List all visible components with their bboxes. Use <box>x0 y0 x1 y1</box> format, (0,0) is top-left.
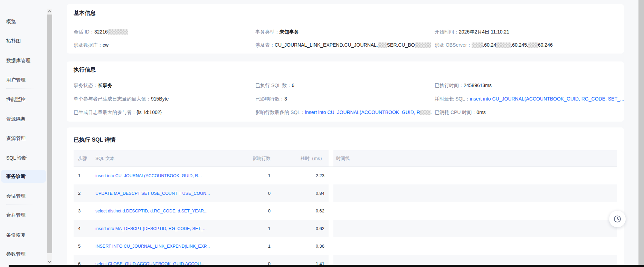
elapsed-time-field: 已执行时间：24589613ms <box>435 82 492 89</box>
bottom-edge-bar <box>9 265 644 267</box>
sidebar-item-merge-mgmt[interactable]: 合并管理 <box>6 211 26 218</box>
transaction-state-field: 事务状态：长事务 <box>74 82 112 89</box>
sidebar-item-parameter-mgmt[interactable]: 参数管理 <box>6 250 26 257</box>
affected-rows-cell: 1 <box>242 167 280 184</box>
basic-info-title: 基本信息 <box>74 10 96 17</box>
affected-rows-cell: 0 <box>242 202 280 220</box>
sql-table-header: 步骤 SQL 文本 影响行数 耗时（ms） 时间线 <box>74 150 617 167</box>
sidebar-item-resource-mgmt[interactable]: 资源管理 <box>6 135 26 142</box>
scroll-down-icon[interactable] <box>48 260 51 263</box>
col-header-sql-text: SQL 文本 <box>90 150 242 166</box>
sql-text-link[interactable]: select distinct d.DESCPTID, d.RG_CODE, d… <box>95 209 207 213</box>
longest-sql-field: 耗时最长 SQL：insert into CU_JOURNAL(ACCOUNTB… <box>435 95 624 102</box>
sql-text-link[interactable]: insert into MA_DESCPT (DESCPTID, RG_CODE… <box>95 226 207 231</box>
sql-text-link[interactable]: insert into CU_JOURNAL(ACCOUNTBOOK_GUID,… <box>95 173 202 178</box>
affected-rows-cell: 1 <box>242 237 280 255</box>
elapsed-cell: 0.62 <box>280 202 329 220</box>
sql-text-link[interactable]: INSERT INTO CU_JOURNAL_LINK_EXPEND(LINK_… <box>95 244 210 249</box>
basic-info-row-2: 涉及数据库：cw 涉及表：CU_JOURNAL_LINK_EXPEND,CU_J… <box>74 41 617 48</box>
execution-info-row-2: 单个参与者已生成日志量的最大值：915Byte 已影响行数：3 耗时最长 SQL… <box>74 95 617 102</box>
most-affected-sql-link[interactable]: insert into CU_JOURNAL(ACCOUNTBOOK_GUID,… <box>305 109 420 115</box>
table-row: 1 insert into CU_JOURNAL(ACCOUNTBOOK_GUI… <box>74 167 617 184</box>
sidebar-item-resource-isolation[interactable]: 资源隔离 <box>6 115 26 122</box>
sidebar-item-session-mgmt[interactable]: 会话管理 <box>6 192 26 199</box>
max-log-participant-field: 已生成日志量最大的参与者：{ls_id:1002} <box>74 109 162 116</box>
table-row: 5 INSERT INTO CU_JOURNAL_LINK_EXPEND(LIN… <box>74 237 617 255</box>
timeline-cell <box>333 220 617 237</box>
elapsed-cell: 0.84 <box>280 184 329 202</box>
timeline-cell <box>333 184 617 202</box>
sidebar: 概览 拓扑图 数据库管理 用户管理 性能监控 资源隔离 资源管理 SQL 诊断 … <box>0 0 47 267</box>
sidebar-divider <box>6 88 34 89</box>
sidebar-item-user-mgmt[interactable]: 用户管理 <box>6 76 26 83</box>
sidebar-item-database-mgmt[interactable]: 数据库管理 <box>6 57 30 64</box>
session-id-field: 会话 ID：32216 <box>74 28 128 35</box>
clock-icon <box>613 215 622 223</box>
history-clock-button[interactable] <box>609 211 626 227</box>
redacted-block <box>415 42 431 48</box>
step-cell: 2 <box>74 184 90 202</box>
col-gap <box>329 220 333 237</box>
table-row: 4 insert into MA_DESCPT (DESCPTID, RG_CO… <box>74 220 617 237</box>
max-log-size-field: 单个参与者已生成日志量的最大值：915Byte <box>74 95 169 102</box>
longest-sql-link[interactable]: insert into CU_JOURNAL(ACCOUNTBOOK_GUID,… <box>470 96 624 102</box>
step-cell: 1 <box>74 167 90 184</box>
elapsed-cell: 2.23 <box>280 167 329 184</box>
start-time-field: 开始时间：2026年2月4日 11:10:21 <box>435 28 509 35</box>
sql-text-link[interactable]: UPDATE MA_DESCPT SET USE_COUNT = USE_COU… <box>95 191 210 196</box>
col-gap <box>329 202 333 220</box>
step-cell: 5 <box>74 237 90 255</box>
involved-observer-field: 涉及 OBServer：.60.24.60.245,60.246 <box>435 41 553 48</box>
step-cell: 3 <box>74 202 90 220</box>
execution-info-title: 执行信息 <box>74 66 96 74</box>
col-header-timeline: 时间线 <box>333 150 617 166</box>
window-scrollbar[interactable] <box>638 0 644 267</box>
col-header-affected: 影响行数 <box>242 150 280 166</box>
timeline-cell <box>333 237 617 255</box>
executed-sql-detail-card: 已执行 SQL 详情 步骤 SQL 文本 影响行数 耗时（ms） 时间线 1 i… <box>67 127 624 267</box>
redacted-block <box>378 42 387 48</box>
col-gap <box>329 167 333 184</box>
redacted-block <box>108 29 128 35</box>
scrollbar-thumb[interactable] <box>47 15 52 253</box>
col-gap <box>329 237 333 255</box>
sidebar-item-overview[interactable]: 概览 <box>6 18 16 25</box>
sidebar-item-backup-restore[interactable]: 备份恢复 <box>6 231 26 238</box>
execution-info-card: 执行信息 事务状态：长事务 已执行 SQL 数：6 已执行时间：24589613… <box>67 61 624 122</box>
redacted-block <box>472 42 483 48</box>
table-row: 3 select distinct d.DESCPTID, d.RG_CODE,… <box>74 202 617 220</box>
step-cell: 4 <box>74 220 90 237</box>
timeline-cell <box>333 167 617 184</box>
scroll-up-icon[interactable] <box>48 10 51 14</box>
most-affected-sql-field: 影响行数最多的 SQL：insert into CU_JOURNAL(ACCOU… <box>255 109 432 116</box>
elapsed-cell: 0.36 <box>280 237 329 255</box>
sidebar-item-perf-monitor[interactable]: 性能监控 <box>6 96 26 103</box>
transaction-type-field: 事务类型：未知事务 <box>255 28 299 35</box>
cpu-time-field: 已消耗 CPU 时间：0ms <box>435 109 486 116</box>
affected-rows-field: 已影响行数：3 <box>255 95 287 102</box>
involved-database-field: 涉及数据库：cw <box>74 41 108 48</box>
executed-sql-detail-title: 已执行 SQL 详情 <box>74 136 116 144</box>
affected-rows-cell: 1 <box>242 220 280 237</box>
sidebar-item-transaction-diagnosis[interactable]: 事务诊断 <box>1 170 46 183</box>
execution-info-row-3: 已生成日志量最大的参与者：{ls_id:1002} 影响行数最多的 SQL：in… <box>74 109 617 116</box>
col-gap <box>329 150 333 166</box>
redacted-block <box>528 42 538 48</box>
sql-table: 步骤 SQL 文本 影响行数 耗时（ms） 时间线 1 insert into … <box>74 150 617 267</box>
sidebar-item-sql-diagnosis[interactable]: SQL 诊断 <box>6 154 27 161</box>
timeline-cell <box>333 202 617 220</box>
table-row: 2 UPDATE MA_DESCPT SET USE_COUNT = USE_C… <box>74 184 617 202</box>
basic-info-card: 基本信息 会话 ID：32216 事务类型：未知事务 开始时间：2026年2月4… <box>67 4 624 54</box>
elapsed-cell: 0.62 <box>280 220 329 237</box>
execution-info-row-1: 事务状态：长事务 已执行 SQL 数：6 已执行时间：24589613ms <box>74 82 617 89</box>
col-gap <box>329 184 333 202</box>
sidebar-item-topology[interactable]: 拓扑图 <box>6 37 21 44</box>
redacted-block <box>496 42 511 48</box>
col-header-step: 步骤 <box>74 150 90 166</box>
col-header-elapsed: 耗时（ms） <box>280 150 329 166</box>
involved-tables-field: 涉及表：CU_JOURNAL_LINK_EXPEND,CU_JOURNAL,SE… <box>255 41 431 48</box>
sidebar-scrollbar[interactable] <box>47 9 52 265</box>
redacted-block <box>420 110 430 115</box>
basic-info-row-1: 会话 ID：32216 事务类型：未知事务 开始时间：2026年2月4日 11:… <box>74 28 617 35</box>
sidebar-divider <box>6 204 34 204</box>
